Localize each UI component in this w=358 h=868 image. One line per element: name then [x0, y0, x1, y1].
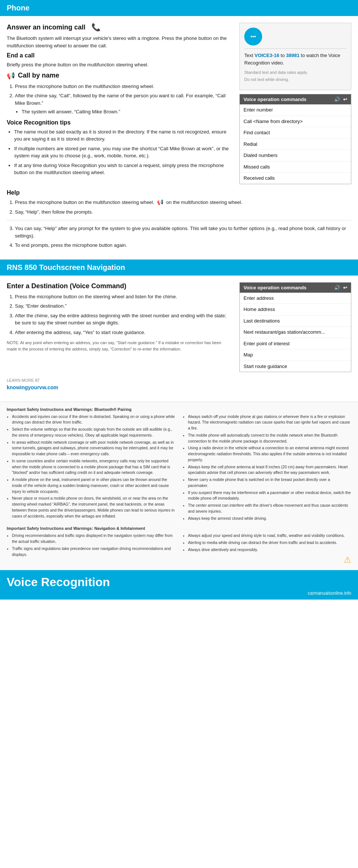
call-step-1: Press the microphone button on the multi…: [15, 83, 232, 90]
bt-right-6: If you suspect there may be interference…: [188, 490, 351, 502]
bt-left-6: Never place or mount a mobile phone on d…: [12, 496, 175, 519]
sidebar-text: Text VOICE3-16 to 38981 to watch the Voi…: [244, 52, 346, 66]
bluetooth-right-col: Always switch off your mobile phone at g…: [183, 414, 351, 523]
nav-left-list: Driving recommendations and traffic sign…: [7, 533, 175, 557]
rns-title: RNS 850 Touchscreen Navigation: [7, 263, 125, 271]
voice-box-icons: 🔊 ↩: [334, 97, 347, 102]
help-cont-1: You can say, “Help” after any prompt for…: [15, 225, 351, 239]
help-steps-continued: You can say, “Help” after any prompt for…: [7, 225, 351, 249]
bottom-section: Voice Recognition carmanualsonline.info: [0, 570, 358, 600]
call-by-name-steps: Press the microphone button on the multi…: [7, 83, 232, 116]
bt-left-4: In some countries and/or certain mobile …: [12, 458, 175, 476]
nav-right-col: Always adjust your speed and driving sty…: [183, 533, 351, 564]
number-link[interactable]: 38981: [286, 53, 299, 58]
voice-box-2-header: Voice operation commands 🔊 ↩: [240, 283, 351, 293]
bt-right-7: The center armrest can interfere with th…: [188, 503, 351, 515]
bt-right-5: Never carry a mobile phone that is switc…: [188, 477, 351, 489]
cmd-received: Received calls: [240, 173, 351, 184]
cmd-dialed: Dialed numbers: [240, 150, 351, 161]
answer-call-body: The Bluetooth system will interrupt your…: [7, 35, 232, 49]
dest-step-2: Say, “Enter destination.”: [15, 302, 232, 310]
tip-1: The name must be said exactly as it is s…: [14, 128, 232, 143]
nav-cmd-5: Enter point of interest: [240, 338, 351, 350]
nav-cmd-2: Home address: [240, 304, 351, 315]
dest-note: NOTE: At any point when entering an addr…: [7, 340, 232, 352]
dest-step-1: Press the microphone button on the steer…: [15, 293, 232, 301]
bt-right-4: Always keep the cell phone antenna at le…: [188, 464, 351, 476]
back-icon-2: ↩: [343, 285, 347, 290]
speaker-icon-2: 🔊: [334, 285, 340, 290]
bt-left-3: In areas without mobile network coverage…: [12, 440, 175, 457]
help-step-2: Say, “Help”, then follow the prompts.: [15, 208, 351, 216]
dest-step-4: After entering the address, say, “Yes” t…: [15, 329, 232, 336]
nav-right-3: Always drive attentively and responsibly…: [188, 547, 351, 553]
call-step-2: After the chime say, “Call”, followed by…: [15, 92, 232, 116]
cmd-enter-number: Enter number: [240, 104, 351, 116]
nav-right-list: Always adjust your speed and driving sty…: [183, 533, 351, 553]
warning-triangle-icon: ⚠: [344, 555, 351, 565]
website-footer: carmanualsonline.info: [7, 591, 351, 596]
bluetooth-safety-title: Important Safety Instructions and Warnin…: [7, 407, 351, 412]
bt-left-5: A mobile phone on the seat, instrument p…: [12, 477, 175, 494]
answer-call-heading: Answer an incoming call 📞: [7, 23, 232, 32]
nav-cmd-1: Enter address: [240, 293, 351, 304]
nav-cmd-7: Start route guidance: [240, 361, 351, 372]
call-by-name-heading: 📢 Call by name: [7, 72, 232, 80]
mic-wave-icon: 📢: [7, 72, 15, 80]
bluetooth-safety-cols: Accidents and injuries can occur if the …: [7, 414, 351, 523]
nav-safety-cols: Driving recommendations and traffic sign…: [7, 533, 351, 564]
bt-left-1: Accidents and injuries can occur if the …: [12, 414, 175, 426]
cmd-find-contact: Find contact: [240, 127, 351, 139]
bt-right-8: Always keep the armrest closed while dri…: [188, 516, 351, 522]
call-sub-step: The system will answer, “Calling Mike Br…: [22, 108, 232, 116]
bt-right-3: Using a radio device in the vehicle with…: [188, 445, 351, 463]
voice-tips-list: The name must be said exactly as it is s…: [7, 128, 232, 176]
mic-icon-inline: 📢: [157, 199, 163, 205]
voice-commands-list: Enter number Call <Name from directory> …: [240, 104, 351, 184]
tip-3: If at any time during Voice Recognition …: [14, 162, 232, 176]
phone-icon: 📞: [91, 23, 101, 32]
learn-more-label: LEARN MORE AT: [7, 377, 351, 384]
bt-left-2: Select the volume settings so that the a…: [12, 427, 175, 438]
help-cont-2: To end prompts, press the microphone but…: [15, 242, 351, 249]
svg-point-2: [252, 36, 254, 37]
video-sidebar: Text VOICE3-16 to 38981 to watch the Voi…: [239, 23, 351, 90]
voice-code-link[interactable]: VOICE3-16: [254, 53, 279, 58]
voice-commands-list-2: Enter address Home address Last destinat…: [240, 293, 351, 372]
cmd-missed: Missed calls: [240, 161, 351, 173]
speaker-icon: 🔊: [334, 97, 340, 102]
help-step-1: Press the microphone button on the multi…: [15, 198, 351, 206]
safety-section: Important Safety Instructions and Warnin…: [0, 402, 358, 570]
enter-dest-heading: Enter a Destination (Voice Command): [7, 282, 232, 290]
nav-left-1: Driving recommendations and traffic sign…: [12, 533, 175, 545]
chat-icon: [244, 28, 262, 45]
nav-left-col: Driving recommendations and traffic sign…: [7, 533, 175, 564]
cmd-redial: Redial: [240, 139, 351, 150]
voice-tips-heading: Voice Recognition tips: [7, 119, 232, 126]
nav-cmd-3: Last destinations: [240, 315, 351, 327]
disclaimer-1: Standard text and data rates apply.: [244, 69, 346, 76]
rns-section-header: RNS 850 Touchscreen Navigation: [0, 260, 358, 276]
cmd-call-name: Call <Name from directory>: [240, 116, 351, 128]
nav-cmd-6: Map: [240, 349, 351, 361]
help-heading: Help: [7, 189, 351, 196]
nav-cmd-4: Next restaurant/gas station/accomm...: [240, 327, 351, 338]
end-call-body: Briefly press the phone button on the mu…: [7, 61, 232, 69]
end-call-heading: End a call: [7, 52, 232, 59]
phone-section-header: Phone: [0, 0, 358, 16]
disclaimer-2: Do not text while driving.: [244, 76, 346, 83]
nav-right-1: Always adjust your speed and driving sty…: [188, 533, 351, 539]
help-steps: Press the microphone button on the multi…: [7, 198, 351, 216]
learn-more-link[interactable]: knowingyourvw.com: [7, 384, 58, 390]
tip-2: If multiple numbers are stored per name,…: [14, 145, 232, 160]
voice-commands-box-2: Voice operation commands 🔊 ↩ Enter addre…: [239, 282, 351, 372]
svg-point-3: [254, 36, 256, 37]
bt-right-2: The mobile phone will automatically conn…: [188, 433, 351, 444]
back-icon: ↩: [343, 97, 347, 102]
bluetooth-left-list: Accidents and injuries can occur if the …: [7, 414, 175, 519]
phone-title: Phone: [7, 4, 29, 12]
dest-step-3: After the chime, say the entire address …: [15, 312, 232, 327]
bluetooth-left-col: Accidents and injuries can occur if the …: [7, 414, 175, 523]
bt-right-1: Always switch off your mobile phone at g…: [188, 414, 351, 431]
voice-box-header: Voice operation commands 🔊 ↩: [240, 94, 351, 104]
